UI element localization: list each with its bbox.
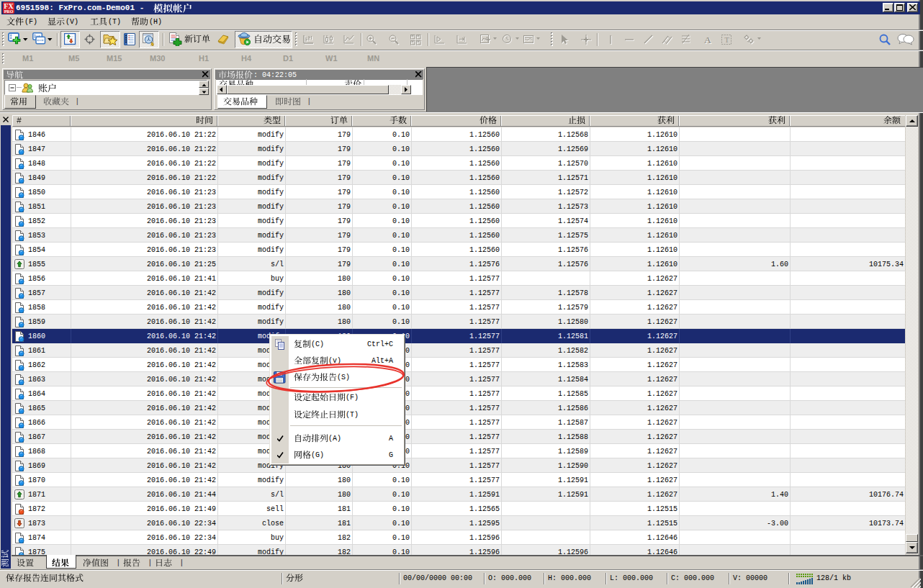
svg-text:PRO: PRO <box>4 9 14 14</box>
svg-text:A: A <box>704 35 711 45</box>
svg-text:T: T <box>724 35 729 44</box>
